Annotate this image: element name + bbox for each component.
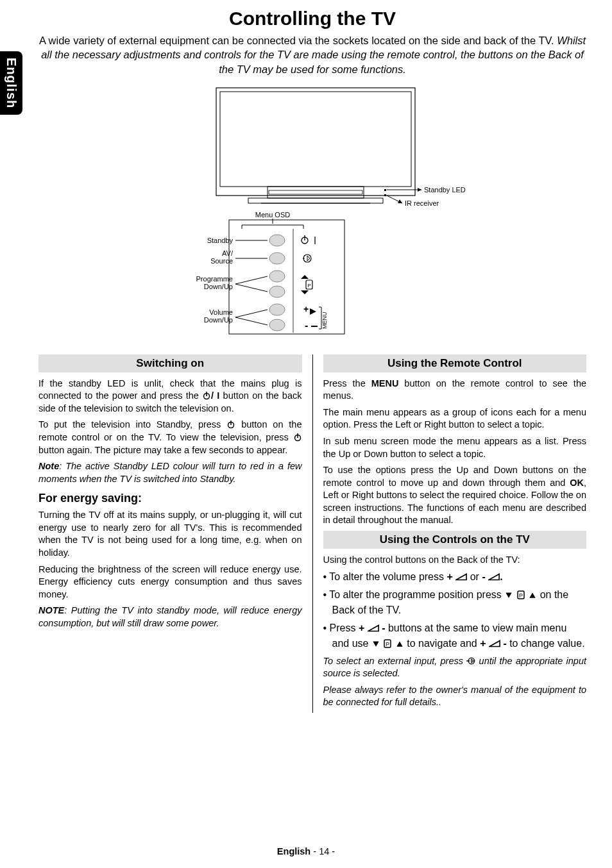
label-menu-osd: Menu OSD (255, 211, 290, 219)
list-item: To alter the programme position press P … (323, 587, 587, 618)
svg-marker-25 (307, 256, 310, 261)
svg-line-42 (235, 310, 268, 317)
svg-rect-1 (220, 92, 411, 187)
tv-diagram: Standby LED IR receiver Menu OSD Standby (38, 83, 586, 339)
svg-point-37 (269, 319, 285, 331)
column-divider (312, 355, 313, 713)
volume-icon (455, 572, 467, 581)
diagram-svg: Standby LED IR receiver Menu OSD Standby (133, 83, 492, 339)
label-ir-receiver: IR receiver (405, 199, 439, 207)
svg-marker-9 (418, 188, 421, 192)
svg-marker-59 (368, 625, 378, 631)
label-av2: Source (210, 257, 233, 265)
up-triangle-icon (395, 639, 404, 648)
svg-text:+: + (303, 304, 309, 314)
svg-text:P: P (386, 641, 389, 647)
svg-marker-53 (456, 574, 466, 580)
footer-page-num: 14 (319, 846, 329, 856)
svg-rect-4 (248, 198, 383, 203)
left-note2: NOTE: Putting the TV into standby mode, … (38, 605, 302, 630)
power-icon (293, 433, 302, 442)
down-triangle-icon (504, 590, 513, 599)
hdr-tv-controls: Using the Controls on the TV (323, 531, 587, 549)
svg-line-43 (235, 317, 268, 325)
svg-point-28 (269, 271, 285, 282)
svg-rect-6 (384, 189, 386, 191)
label-av1: AV/ (222, 249, 234, 257)
svg-rect-3 (269, 190, 362, 194)
left-p4: Turning the TV off at its mains supply, … (38, 509, 302, 559)
intro-text: A wide variety of external equipment can… (38, 33, 586, 76)
language-tab: English (0, 51, 22, 115)
svg-marker-33 (301, 290, 309, 294)
svg-point-23 (269, 253, 285, 264)
left-column: Switching on If the standby LED is unlit… (38, 351, 302, 713)
label-vol2: Down/Up (204, 316, 233, 324)
page-content: Controlling the TV A wide variety of ext… (0, 0, 612, 713)
volume-icon (488, 572, 500, 581)
svg-point-18 (269, 235, 285, 246)
svg-text:-: - (305, 320, 308, 331)
power-icon (226, 420, 235, 429)
page-footer: English - 14 - (0, 846, 612, 856)
right-p3: In sub menu screen mode the menu appears… (323, 435, 587, 460)
right-p4: To use the options press the Up and Down… (323, 464, 587, 527)
svg-marker-63 (396, 641, 402, 646)
right-p2: The main menu appears as a group of icon… (323, 406, 587, 431)
p-box-icon: P (516, 590, 525, 599)
svg-marker-30 (301, 275, 309, 279)
hdr-switching-on: Switching on (38, 355, 302, 372)
down-triangle-icon (371, 639, 380, 648)
svg-rect-0 (216, 88, 415, 196)
svg-line-34 (235, 276, 268, 284)
svg-marker-39 (310, 308, 316, 315)
list-item: Press + - buttons at the same to view ma… (323, 621, 587, 651)
left-p5: Reducing the brightness of the screen wi… (38, 563, 302, 601)
right-p5: Using the control buttons on the Back of… (323, 554, 587, 567)
footer-lang: English (277, 846, 310, 856)
right-note1: To select an external input, press until… (323, 655, 587, 680)
page-title: Controlling the TV (38, 8, 586, 29)
svg-marker-60 (373, 641, 378, 646)
label-menu-vert: MENU (321, 312, 328, 329)
left-p2: To put the television into Standby, pres… (38, 419, 302, 456)
p-box-icon: P (383, 639, 392, 648)
two-columns: Switching on If the standby LED is unlit… (38, 351, 586, 713)
svg-marker-66 (472, 659, 474, 662)
svg-marker-64 (489, 640, 500, 646)
left-p1: If the standby LED is unlit, check that … (38, 378, 302, 415)
svg-rect-2 (268, 187, 364, 198)
label-prog2: Down/Up (204, 283, 233, 290)
svg-point-29 (269, 286, 285, 297)
right-column: Using the Remote Control Press the MENU … (323, 351, 587, 713)
label-standby-led: Standby LED (424, 186, 466, 194)
intro-plain: A wide variety of external equipment can… (39, 35, 557, 46)
volume-icon (368, 624, 379, 633)
svg-text:P: P (307, 283, 310, 288)
input-icon (466, 656, 475, 665)
power-icon (202, 391, 211, 400)
svg-line-35 (235, 284, 268, 292)
volume-icon (489, 639, 500, 648)
svg-marker-54 (489, 574, 499, 580)
right-note2: Please always refer to the owner's manua… (323, 684, 587, 709)
left-note1: Note: The active Standby LED colour will… (38, 460, 302, 485)
svg-point-36 (269, 304, 285, 315)
right-p1: Press the MENU button on the remote cont… (323, 378, 587, 403)
label-vol1: Volume (209, 308, 233, 316)
hdr-energy-saving: For energy saving: (38, 492, 302, 505)
svg-marker-58 (530, 592, 536, 597)
up-triangle-icon (528, 590, 537, 599)
svg-rect-7 (384, 194, 386, 196)
hdr-remote: Using the Remote Control (323, 355, 587, 372)
controls-list: To alter the volume press + or - . To al… (323, 569, 587, 651)
svg-text:P: P (519, 592, 523, 599)
label-standby: Standby (207, 237, 234, 244)
svg-marker-55 (506, 592, 512, 597)
label-prog1: Programme (196, 275, 233, 283)
list-item: To alter the volume press + or - . (323, 569, 587, 585)
